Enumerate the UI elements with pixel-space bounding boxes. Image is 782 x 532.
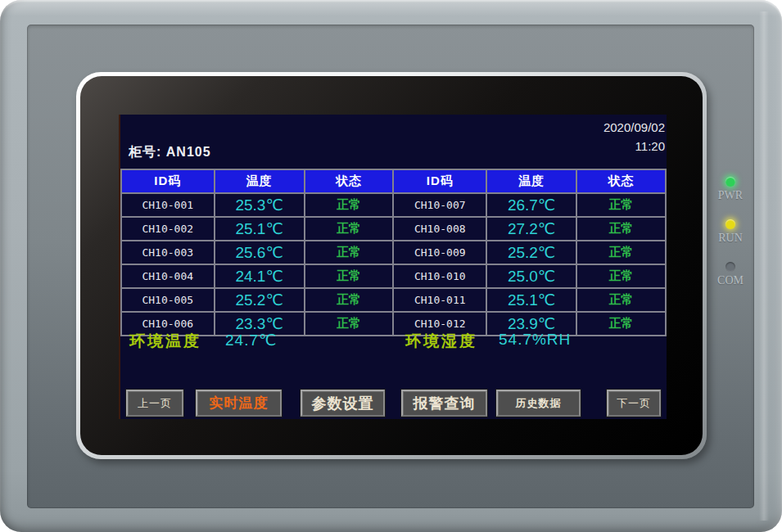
screen-bezel: 2020/09/02 11:20 柜号: AN105 ID码 温度 状态 <box>80 76 703 455</box>
pwr-led-group: PWR <box>717 177 744 202</box>
cell-status: 正常 <box>576 217 666 241</box>
cell-temp: 25.0℃ <box>486 264 576 288</box>
environment-row: 环境温度 24.7℃ 环境湿度 54.7%RH <box>120 331 667 350</box>
date-text: 2020/09/02 <box>603 118 665 137</box>
cell-status: 正常 <box>576 288 666 312</box>
cell-temp: 27.2℃ <box>486 217 576 241</box>
col-header-temp: 温度 <box>486 169 576 193</box>
datetime: 2020/09/02 11:20 <box>603 118 665 156</box>
table-header-row: ID码 温度 状态 ID码 温度 状态 <box>121 169 666 193</box>
run-led-label: RUN <box>717 232 744 245</box>
cell-id: CH10-002 <box>121 217 215 241</box>
cell-status: 正常 <box>576 241 666 264</box>
table-body: CH10-00125.3℃正常CH10-00726.7℃正常CH10-00225… <box>121 193 666 336</box>
table-row: CH10-00424.1℃正常CH10-01025.0℃正常 <box>121 264 666 288</box>
time-text: 11:20 <box>603 137 665 156</box>
lcd-display: 2020/09/02 11:20 柜号: AN105 ID码 温度 状态 <box>119 115 667 419</box>
cell-id: CH10-003 <box>121 241 215 264</box>
cell-id: CH10-008 <box>393 217 486 241</box>
cell-temp: 25.1℃ <box>486 288 576 312</box>
cell-id: CH10-004 <box>121 264 215 288</box>
cell-id: CH10-007 <box>393 193 486 217</box>
cell-temp: 25.2℃ <box>486 241 576 264</box>
temperature-table: ID码 温度 状态 ID码 温度 状态 CH10-00125.3℃正常CH10-… <box>120 169 667 336</box>
run-led-icon <box>725 219 735 229</box>
cell-status: 正常 <box>576 264 666 288</box>
cell-status: 正常 <box>305 217 394 241</box>
env-temp-value: 24.7℃ <box>225 331 277 349</box>
pwr-led-icon <box>725 177 735 187</box>
cell-temp: 25.1℃ <box>215 217 305 241</box>
device-edge-highlight <box>759 11 769 521</box>
col-header-id: ID码 <box>121 169 215 193</box>
cell-status: 正常 <box>576 193 666 217</box>
cell-status: 正常 <box>305 288 394 312</box>
cell-id: CH10-005 <box>121 288 215 312</box>
col-header-temp: 温度 <box>215 169 305 193</box>
col-header-status: 状态 <box>576 169 666 193</box>
table-row: CH10-00125.3℃正常CH10-00726.7℃正常 <box>121 193 666 217</box>
realtime-temp-button[interactable]: 实时温度 <box>196 390 282 417</box>
env-humidity-value: 54.7%RH <box>499 331 571 349</box>
cell-temp: 25.2℃ <box>215 288 305 312</box>
cell-status: 正常 <box>305 264 394 288</box>
com-led-icon <box>725 262 735 272</box>
col-header-status: 状态 <box>305 169 394 193</box>
com-led-group: COM <box>717 262 744 287</box>
cell-id: CH10-011 <box>393 288 486 312</box>
cell-status: 正常 <box>305 193 394 217</box>
alarm-query-button[interactable]: 报警查询 <box>401 390 487 417</box>
env-temp-label: 环境温度 <box>129 331 201 352</box>
env-humidity-label: 环境湿度 <box>405 331 477 352</box>
next-page-button[interactable]: 下一页 <box>607 390 661 417</box>
param-settings-button[interactable]: 参数设置 <box>301 390 385 417</box>
cell-temp: 26.7℃ <box>486 193 576 217</box>
cabinet-number: 柜号: AN105 <box>129 144 211 161</box>
col-header-id: ID码 <box>393 169 486 193</box>
screen-module: 2020/09/02 11:20 柜号: AN105 ID码 温度 状态 <box>76 72 707 459</box>
cell-id: CH10-009 <box>393 241 486 264</box>
prev-page-button[interactable]: 上一页 <box>126 390 183 417</box>
table-row: CH10-00225.1℃正常CH10-00827.2℃正常 <box>121 217 666 241</box>
cell-status: 正常 <box>305 241 394 264</box>
run-led-group: RUN <box>717 219 744 245</box>
hmi-device: 2020/09/02 11:20 柜号: AN105 ID码 温度 状态 <box>0 0 782 532</box>
table-row: CH10-00525.2℃正常CH10-01125.1℃正常 <box>121 288 666 312</box>
cell-id: CH10-001 <box>121 193 215 217</box>
cell-id: CH10-010 <box>393 264 486 288</box>
cell-temp: 25.6℃ <box>215 241 305 264</box>
pwr-led-label: PWR <box>717 189 744 202</box>
table-row: CH10-00325.6℃正常CH10-00925.2℃正常 <box>121 241 666 264</box>
cell-temp: 25.3℃ <box>215 193 305 217</box>
com-led-label: COM <box>717 274 744 287</box>
cell-temp: 24.1℃ <box>215 264 305 288</box>
history-data-button[interactable]: 历史数据 <box>496 390 581 417</box>
